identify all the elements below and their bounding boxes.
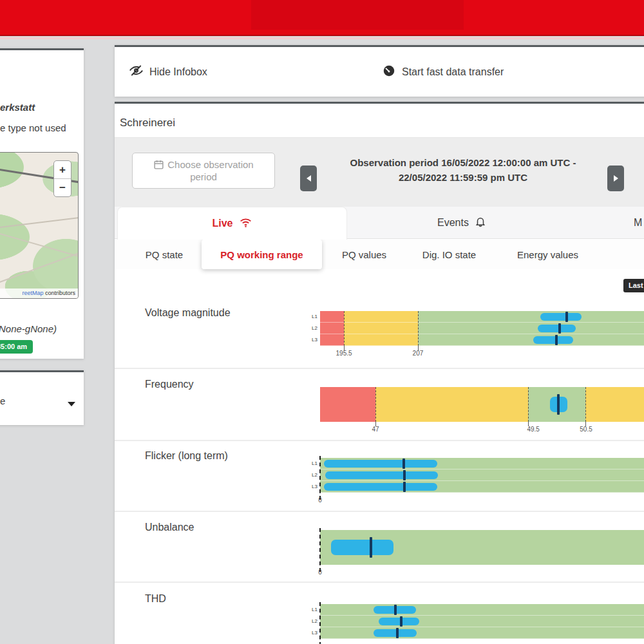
subtab-energy-values[interactable]: Energy values xyxy=(507,240,588,269)
threshold-line xyxy=(528,387,529,422)
osm-link[interactable]: reetMap xyxy=(22,290,43,296)
coordinates-text: None-gNone) xyxy=(0,323,57,334)
calendar-icon xyxy=(153,159,164,170)
fast-data-transfer-label: Start fast data transfer xyxy=(402,66,504,78)
subtab-bar: PQ state PQ working range PQ values Dig.… xyxy=(115,240,644,269)
chart-title: THD xyxy=(145,593,166,605)
threshold-line xyxy=(375,387,376,422)
sidebar-select-panel[interactable]: e xyxy=(0,370,84,425)
phase-label: L2 xyxy=(303,472,317,478)
threshold-line xyxy=(585,387,586,422)
map-attribution: reetMap contributors xyxy=(0,289,78,298)
chevron-down-icon[interactable] xyxy=(68,402,75,406)
device-type-text: e type not used xyxy=(0,122,66,133)
zoom-in-button[interactable]: + xyxy=(54,161,71,178)
sidebar-info-panel: erkstatt e type not used 9 + − reetMap c… xyxy=(0,48,84,359)
attribution-text: contributors xyxy=(43,290,75,296)
tab-live-label: Live xyxy=(212,218,232,229)
value-tick xyxy=(557,394,560,415)
chart-title: Flicker (long term) xyxy=(145,450,228,462)
bullet-plot xyxy=(320,530,644,565)
choose-observation-period-button[interactable]: Choose observation period xyxy=(132,153,275,189)
threshold-line xyxy=(344,311,345,346)
previous-period-button[interactable] xyxy=(300,166,317,191)
phase-label: L1 xyxy=(303,460,317,466)
axis-zero-line xyxy=(319,602,321,644)
zoom-out-button[interactable]: − xyxy=(54,179,71,196)
subtab-pq-values[interactable]: PQ values xyxy=(334,240,395,269)
tab-events-label: Events xyxy=(437,217,469,229)
tachometer-icon xyxy=(382,64,396,80)
range-pill xyxy=(379,618,419,625)
top-banner xyxy=(0,0,644,36)
row-stripes xyxy=(320,604,644,639)
range-pill xyxy=(538,325,576,332)
range-pill xyxy=(533,336,573,344)
phase-label: L3 xyxy=(303,484,317,489)
subtab-pq-working-range[interactable]: PQ working range xyxy=(202,240,322,269)
threshold-line xyxy=(418,311,419,346)
site-name-text: erkstatt xyxy=(0,102,35,113)
row-stripes xyxy=(320,311,644,346)
chart-title: Frequency xyxy=(145,379,194,390)
phase-label: L3 xyxy=(303,337,317,343)
axis-tick-label: 207 xyxy=(402,350,433,357)
tab-measurements-cut[interactable]: M xyxy=(634,207,644,239)
value-tick xyxy=(555,335,558,345)
value-tick xyxy=(396,628,399,638)
value-tick xyxy=(403,482,406,492)
range-pill xyxy=(540,313,582,321)
value-tick xyxy=(370,537,372,558)
value-tick xyxy=(403,470,406,480)
value-tick xyxy=(558,323,561,334)
zone-red xyxy=(320,387,375,422)
tab-live[interactable]: Live xyxy=(117,207,347,240)
chart-section-flicker-long-term-: Flicker (long term)L1L2L30 xyxy=(115,441,644,512)
select-label: e xyxy=(0,395,5,406)
range-pill xyxy=(324,483,437,491)
zone-yellow xyxy=(375,387,528,422)
range-pill xyxy=(331,540,393,555)
chart-title: Unbalance xyxy=(145,522,194,533)
subtab-pq-state[interactable]: PQ state xyxy=(135,240,193,269)
axis-tick-label: 49.5 xyxy=(518,426,549,433)
chart-section-frequency: Frequency4749.550.5 xyxy=(115,369,644,441)
phase-label: L1 xyxy=(303,607,317,612)
hide-infobox-button[interactable]: Hide Infobox xyxy=(129,47,207,97)
location-map[interactable]: 9 + − reetMap contributors xyxy=(0,152,79,299)
range-pill xyxy=(374,629,417,637)
main-panel: Schreinerei Choose observation period Ob… xyxy=(115,102,644,644)
chart-title: Voltage magnitude xyxy=(145,307,231,319)
phase-label: L1 xyxy=(303,314,317,319)
map-road xyxy=(0,213,79,232)
range-pill xyxy=(324,460,437,468)
subtab-dig-io-state[interactable]: Dig. IO state xyxy=(412,240,486,269)
banner-underline xyxy=(0,37,644,39)
axis-tick-label: 195.5 xyxy=(328,350,359,357)
chart-section-unbalance: Unbalance0 xyxy=(115,512,644,583)
value-tick xyxy=(565,312,568,322)
eye-off-icon xyxy=(129,63,144,80)
next-period-button[interactable] xyxy=(607,166,624,191)
phase-label: L2 xyxy=(303,325,317,331)
toolbar-panel: Hide Infobox Start fast data transfer xyxy=(115,45,644,97)
hide-infobox-label: Hide Infobox xyxy=(149,66,207,78)
value-tick xyxy=(394,605,397,615)
fast-data-transfer-button[interactable]: Start fast data transfer xyxy=(382,47,504,97)
observation-period-text: Observation period 16/05/2022 12:00:00 a… xyxy=(327,155,599,185)
chevron-right-icon xyxy=(614,175,618,182)
zone-yellow xyxy=(585,387,644,422)
bullet-plot xyxy=(320,311,644,346)
choose-observation-label: Choose observation period xyxy=(167,159,253,182)
bullet-plot xyxy=(320,458,644,493)
value-tick xyxy=(402,459,405,469)
chevron-left-icon xyxy=(307,175,311,182)
wifi-icon xyxy=(239,216,252,232)
phase-label: L2 xyxy=(303,618,317,624)
value-tick xyxy=(400,616,402,627)
axis-tick-label: 0 xyxy=(305,497,336,504)
phase-label: L3 xyxy=(303,630,317,636)
tab-events[interactable]: Events xyxy=(347,207,576,239)
bullet-plot xyxy=(320,604,644,639)
map-road xyxy=(0,231,79,268)
